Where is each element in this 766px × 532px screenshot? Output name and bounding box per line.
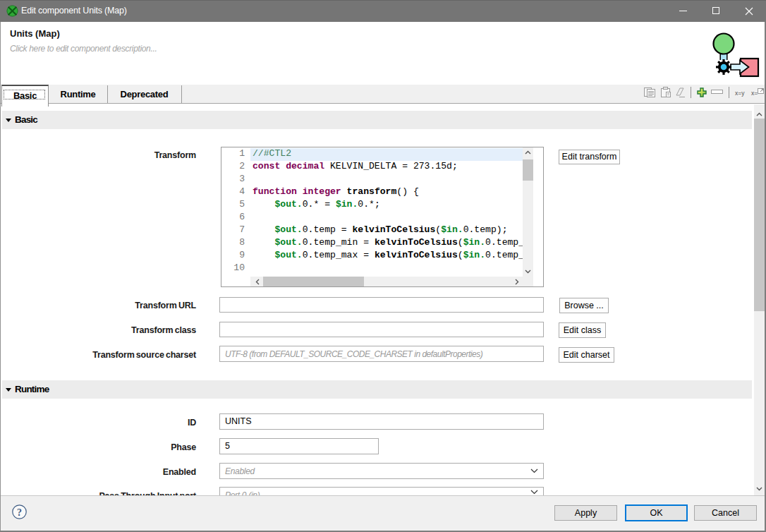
svg-text:x=y: x=y: [735, 90, 745, 97]
svg-text:?: ?: [17, 507, 22, 518]
svg-text:x=: x=: [751, 90, 758, 97]
